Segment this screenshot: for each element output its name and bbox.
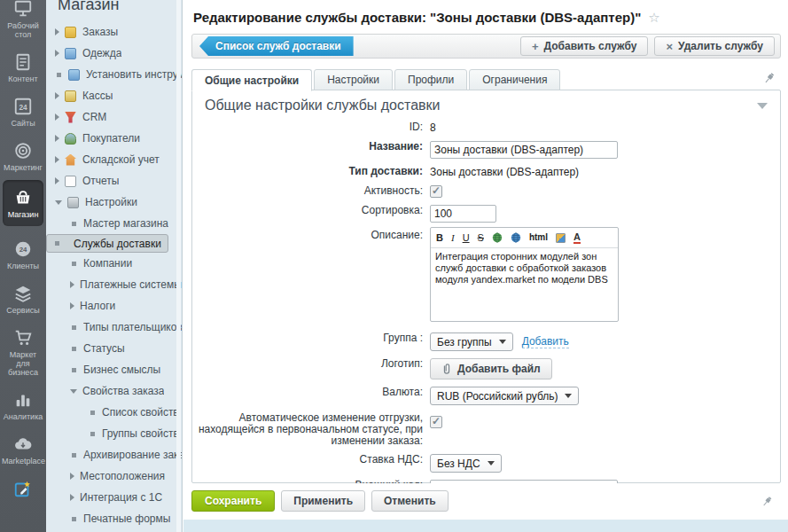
sidebar-item-order-archiving[interactable]: Архивирование заказов xyxy=(46,444,182,466)
tab-settings[interactable]: Настройки xyxy=(314,69,393,90)
auto-shipment-checkbox[interactable] xyxy=(430,416,442,428)
add-group-link[interactable]: Добавить xyxy=(522,335,569,348)
sidebar-item-reports[interactable]: Отчеты xyxy=(46,170,182,192)
form-row-description: Описание: B I U S html A Интеграция стор… xyxy=(192,227,780,322)
italic-button[interactable]: I xyxy=(451,232,455,243)
rail-item-market-business[interactable]: Маркет для бизнеса xyxy=(0,323,46,377)
sidebar-item-orders[interactable]: Заказы xyxy=(46,21,182,43)
rail-item-label: Сайты xyxy=(0,119,46,128)
rail-item-content[interactable]: Контент xyxy=(0,47,46,83)
sidebar-item-delivery-services[interactable]: Службы доставки xyxy=(46,234,168,253)
sidebar-item-crm[interactable]: CRM xyxy=(46,106,182,128)
pin-icon[interactable] xyxy=(761,495,774,508)
sidebar-item-settings[interactable]: Настройки xyxy=(46,192,182,213)
description-textarea[interactable]: Интеграция сторонних модулей зон служб д… xyxy=(431,248,618,321)
sidebar-item-locations[interactable]: Местоположения xyxy=(46,466,182,487)
sidebar-item-label: Отчеты xyxy=(82,175,119,187)
apply-button[interactable]: Применить xyxy=(281,490,365,512)
cancel-button[interactable]: Отменить xyxy=(371,490,449,512)
collapse-section-icon[interactable] xyxy=(757,103,768,109)
sidebar-item-cash-registers[interactable]: Кассы xyxy=(46,85,182,106)
delete-service-button[interactable]: ×Удалить службу xyxy=(654,36,775,56)
chevron-right-icon xyxy=(55,28,59,35)
desktop-icon xyxy=(13,0,33,19)
rail-item-clients[interactable]: 24 Клиенты xyxy=(0,234,46,270)
vat-label: Ставка НДС: xyxy=(192,451,430,466)
sidebar-item-print-forms[interactable]: Печатные формы xyxy=(46,508,182,529)
group-select[interactable]: Без группы xyxy=(430,332,513,351)
rail-item-marketing[interactable]: Маркетинг xyxy=(0,136,46,172)
tab-profiles[interactable]: Профили xyxy=(394,69,467,90)
rail-item-label: Marketplace xyxy=(0,457,46,466)
chevron-right-icon xyxy=(55,92,59,99)
id-value: 8 xyxy=(430,119,436,134)
rail-item-label: Магазин xyxy=(3,210,43,219)
bullet-icon xyxy=(72,262,76,266)
chevron-right-icon xyxy=(55,135,59,142)
add-service-button[interactable]: +Добавить службу xyxy=(520,36,648,56)
html-button[interactable]: html xyxy=(529,232,548,243)
pin-icon[interactable] xyxy=(762,71,776,85)
sidebar-scrollbar[interactable] xyxy=(176,0,181,532)
svg-text:24: 24 xyxy=(20,246,27,254)
strikethrough-button[interactable]: S xyxy=(478,232,484,243)
rail-item-analytics[interactable]: Аналитика xyxy=(0,385,46,421)
color-palette-icon[interactable] xyxy=(556,233,566,243)
insert-link-icon[interactable] xyxy=(492,232,503,243)
sidebar-item-property-groups[interactable]: Группы свойств xyxy=(46,423,182,444)
sidebar-item-payment-systems[interactable]: Платежные системы xyxy=(46,274,182,295)
currency-select[interactable]: RUB (Российский рубль) xyxy=(430,387,579,405)
bold-button[interactable]: B xyxy=(436,232,443,243)
sidebar-item-business-meanings[interactable]: Бизнес смыслы xyxy=(46,359,182,380)
rail-item-marketplace[interactable]: Marketplace xyxy=(0,429,46,466)
back-to-list-button[interactable]: Список служб доставки xyxy=(199,36,354,56)
font-color-button[interactable]: A xyxy=(573,231,581,244)
sidebar-item-1c-integration[interactable]: Интеграция с 1С xyxy=(46,487,182,508)
add-service-label: Добавить службу xyxy=(544,40,637,52)
sidebar-item-install-tools[interactable]: Установить инструменты и xyxy=(46,64,182,85)
tab-general-settings[interactable]: Общие настройки xyxy=(191,69,312,91)
sidebar-item-label: Группы свойств xyxy=(102,427,179,440)
active-checkbox[interactable] xyxy=(430,185,442,198)
sidebar-item-payer-types[interactable]: Типы плательщиков xyxy=(46,317,182,338)
sort-input[interactable] xyxy=(430,205,496,223)
add-file-button[interactable]: Добавить файл xyxy=(430,358,552,379)
sidebar-item-clothes[interactable]: Одежда xyxy=(46,43,182,64)
sidebar-item-property-list[interactable]: Список свойств xyxy=(46,402,182,423)
rail-item-services[interactable]: Сервисы xyxy=(0,278,46,315)
sites-24-icon: 24 xyxy=(13,97,33,116)
sidebar-item-buyers[interactable]: Покупатели xyxy=(46,128,182,149)
sidebar-item-label: Типы плательщиков xyxy=(83,321,182,333)
remove-link-icon[interactable] xyxy=(511,232,521,243)
vat-select[interactable]: Без НДС xyxy=(430,454,502,473)
sidebar-item-shop-wizard[interactable]: Мастер магазина xyxy=(46,213,182,234)
sidebar-item-taxes[interactable]: Налоги xyxy=(46,295,182,317)
chevron-right-icon xyxy=(55,177,59,184)
svg-text:24: 24 xyxy=(19,104,27,112)
rail-item-label: Контент xyxy=(0,74,46,83)
rail-item-shop[interactable]: Магазин xyxy=(3,180,43,226)
sidebar-item-label: Одежда xyxy=(82,47,121,59)
rail-item-sites[interactable]: 24 Сайты xyxy=(0,91,46,128)
chevron-right-icon xyxy=(70,494,74,501)
sidebar-item-warehouse[interactable]: Складской учет xyxy=(46,149,182,170)
sidebar-item-label: Компании xyxy=(83,257,132,270)
sidebar-item-order-properties[interactable]: Свойства заказа xyxy=(46,380,182,402)
section-title: Общие настройки службы доставки xyxy=(205,98,440,113)
save-button[interactable]: Сохранить xyxy=(191,490,275,512)
sidebar-item-label: Кассы xyxy=(82,90,113,102)
sidebar-item-companies[interactable]: Компании xyxy=(46,253,182,274)
layers-icon xyxy=(13,284,33,303)
logo-label: Логотип: xyxy=(192,356,430,370)
favorite-star-icon[interactable]: ☆ xyxy=(648,10,659,25)
form-row-name: Название: xyxy=(192,138,780,159)
rail-item-site-editor[interactable] xyxy=(0,473,46,498)
name-input[interactable] xyxy=(430,141,618,159)
bullet-icon xyxy=(72,453,76,458)
tab-restrictions[interactable]: Ограничения xyxy=(469,69,560,90)
sidebar-item-statuses[interactable]: Статусы xyxy=(46,338,182,359)
underline-button[interactable]: U xyxy=(463,232,470,243)
site-editor-icon xyxy=(13,479,33,498)
rail-item-desktop[interactable]: Рабочий стол xyxy=(0,0,46,39)
section-header: Общие настройки службы доставки xyxy=(192,90,780,119)
